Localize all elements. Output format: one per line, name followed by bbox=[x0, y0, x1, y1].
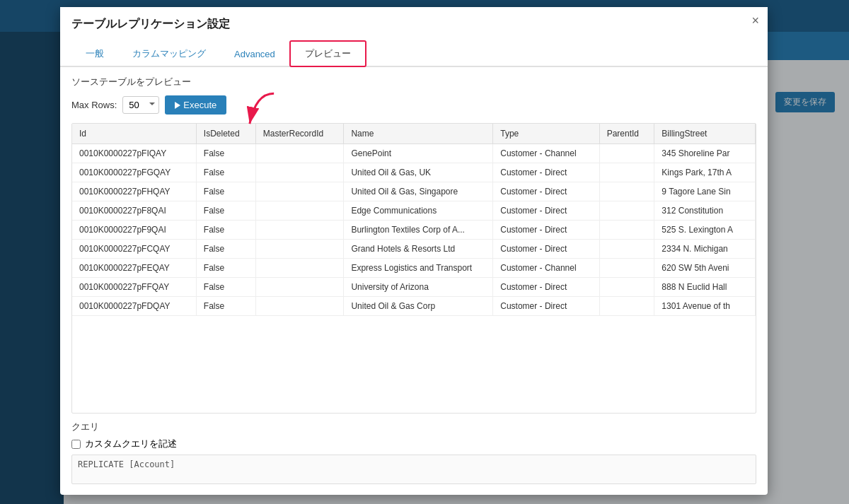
col-isdeleted: IsDeleted bbox=[196, 124, 255, 144]
custom-query-label: カスタムクエリを記述 bbox=[85, 438, 177, 450]
table-cell-name: United Oil & Gas, Singapore bbox=[344, 182, 493, 201]
table-row: 0010K0000227pFGQAYFalseUnited Oil & Gas,… bbox=[72, 163, 756, 182]
data-table-wrapper[interactable]: Id IsDeleted MasterRecordId Name Type Pa… bbox=[71, 123, 756, 414]
table-cell-masterrecordid bbox=[255, 221, 344, 240]
table-cell-name: Edge Communications bbox=[344, 201, 493, 221]
play-icon bbox=[175, 102, 180, 109]
custom-query-checkbox[interactable] bbox=[71, 440, 81, 449]
table-cell-parentid bbox=[599, 240, 654, 259]
table-cell-isdeleted: False bbox=[196, 297, 255, 316]
table-cell-id: 0010K0000227pFEQAY bbox=[72, 259, 196, 278]
table-row: 0010K0000227pFIQAYFalseGenePointCustomer… bbox=[72, 144, 756, 163]
table-cell-billingstreet: 345 Shoreline Par bbox=[654, 144, 756, 163]
controls-row: Max Rows: 10 25 50 100 200 Execute bbox=[71, 95, 756, 115]
table-cell-parentid bbox=[599, 278, 654, 297]
table-cell-parentid bbox=[599, 163, 654, 182]
table-cell-id: 0010K0000227pFFQAY bbox=[72, 278, 196, 297]
col-name: Name bbox=[344, 124, 493, 144]
query-title: クエリ bbox=[71, 421, 756, 433]
table-row: 0010K0000227pFCQAYFalseGrand Hotels & Re… bbox=[72, 240, 756, 259]
table-cell-type: Customer - Direct bbox=[493, 240, 599, 259]
table-cell-name: University of Arizona bbox=[344, 278, 493, 297]
table-cell-parentid bbox=[599, 221, 654, 240]
tab-general[interactable]: 一般 bbox=[71, 40, 118, 67]
table-cell-type: Customer - Direct bbox=[493, 201, 599, 221]
query-checkbox-row: カスタムクエリを記述 bbox=[71, 438, 756, 450]
section-title: ソーステーブルをプレビュー bbox=[71, 76, 756, 88]
table-header-row: Id IsDeleted MasterRecordId Name Type Pa… bbox=[72, 124, 756, 144]
table-cell-name: Express Logistics and Transport bbox=[344, 259, 493, 278]
table-cell-parentid bbox=[599, 259, 654, 278]
table-cell-billingstreet: 525 S. Lexington A bbox=[654, 221, 756, 240]
modal-tabs: 一般 カラムマッピング Advanced プレビュー bbox=[60, 40, 768, 67]
table-cell-isdeleted: False bbox=[196, 240, 255, 259]
table-cell-name: United Oil & Gas Corp bbox=[344, 297, 493, 316]
table-cell-name: Grand Hotels & Resorts Ltd bbox=[344, 240, 493, 259]
table-cell-isdeleted: False bbox=[196, 163, 255, 182]
table-cell-parentid bbox=[599, 201, 654, 221]
table-cell-masterrecordid bbox=[255, 201, 344, 221]
table-cell-type: Customer - Direct bbox=[493, 221, 599, 240]
table-cell-isdeleted: False bbox=[196, 144, 255, 163]
col-billingstreet: BillingStreet bbox=[654, 124, 756, 144]
tab-advanced[interactable]: Advanced bbox=[220, 40, 289, 67]
table-cell-billingstreet: 1301 Avenue of th bbox=[654, 297, 756, 316]
table-cell-masterrecordid bbox=[255, 144, 344, 163]
table-cell-type: Customer - Direct bbox=[493, 163, 599, 182]
table-cell-masterrecordid bbox=[255, 163, 344, 182]
modal-body: ソーステーブルをプレビュー Max Rows: 10 25 50 100 200… bbox=[60, 67, 768, 495]
table-cell-type: Customer - Channel bbox=[493, 259, 599, 278]
table-row: 0010K0000227pFFQAYFalseUniversity of Ari… bbox=[72, 278, 756, 297]
table-cell-type: Customer - Direct bbox=[493, 278, 599, 297]
col-masterrecordid: MasterRecordId bbox=[255, 124, 344, 144]
table-cell-type: Customer - Direct bbox=[493, 297, 599, 316]
table-row: 0010K0000227pF9QAIFalseBurlington Textil… bbox=[72, 221, 756, 240]
table-cell-isdeleted: False bbox=[196, 201, 255, 221]
table-cell-isdeleted: False bbox=[196, 182, 255, 201]
table-cell-name: GenePoint bbox=[344, 144, 493, 163]
table-cell-parentid bbox=[599, 182, 654, 201]
table-cell-billingstreet: 9 Tagore Lane Sin bbox=[654, 182, 756, 201]
table-row: 0010K0000227pFEQAYFalseExpress Logistics… bbox=[72, 259, 756, 278]
execute-button[interactable]: Execute bbox=[165, 95, 226, 115]
tab-column-mapping[interactable]: カラムマッピング bbox=[118, 40, 220, 67]
table-cell-isdeleted: False bbox=[196, 221, 255, 240]
table-cell-id: 0010K0000227pFCQAY bbox=[72, 240, 196, 259]
table-row: 0010K0000227pF8QAIFalseEdge Communicatio… bbox=[72, 201, 756, 221]
table-cell-isdeleted: False bbox=[196, 278, 255, 297]
tab-preview[interactable]: プレビュー bbox=[289, 40, 366, 67]
modal-title: テーブルレプリケーション設定 bbox=[71, 17, 756, 32]
table-cell-parentid bbox=[599, 297, 654, 316]
table-cell-id: 0010K0000227pFDQAY bbox=[72, 297, 196, 316]
table-cell-id: 0010K0000227pF8QAI bbox=[72, 201, 196, 221]
col-parentid: ParentId bbox=[599, 124, 654, 144]
table-cell-masterrecordid bbox=[255, 259, 344, 278]
max-rows-select[interactable]: 10 25 50 100 200 bbox=[122, 96, 159, 114]
table-body: 0010K0000227pFIQAYFalseGenePointCustomer… bbox=[72, 144, 756, 316]
table-cell-masterrecordid bbox=[255, 182, 344, 201]
table-cell-name: Burlington Textiles Corp of A... bbox=[344, 221, 493, 240]
modal-header: テーブルレプリケーション設定 × bbox=[60, 7, 768, 40]
col-type: Type bbox=[493, 124, 599, 144]
table-cell-name: United Oil & Gas, UK bbox=[344, 163, 493, 182]
table-row: 0010K0000227pFHQAYFalseUnited Oil & Gas,… bbox=[72, 182, 756, 201]
table-cell-billingstreet: Kings Park, 17th A bbox=[654, 163, 756, 182]
table-cell-id: 0010K0000227pFGQAY bbox=[72, 163, 196, 182]
table-cell-masterrecordid bbox=[255, 297, 344, 316]
table-cell-masterrecordid bbox=[255, 240, 344, 259]
table-cell-id: 0010K0000227pF9QAI bbox=[72, 221, 196, 240]
modal-dialog: テーブルレプリケーション設定 × 一般 カラムマッピング Advanced プレ… bbox=[60, 7, 768, 495]
table-cell-type: Customer - Channel bbox=[493, 144, 599, 163]
table-cell-billingstreet: 620 SW 5th Aveni bbox=[654, 259, 756, 278]
table-cell-billingstreet: 2334 N. Michigan bbox=[654, 240, 756, 259]
query-section: クエリ カスタムクエリを記述 bbox=[71, 421, 756, 486]
table-cell-id: 0010K0000227pFIQAY bbox=[72, 144, 196, 163]
table-cell-type: Customer - Direct bbox=[493, 182, 599, 201]
table-cell-billingstreet: 312 Constitution bbox=[654, 201, 756, 221]
table-row: 0010K0000227pFDQAYFalseUnited Oil & Gas … bbox=[72, 297, 756, 316]
query-textarea[interactable] bbox=[71, 455, 756, 484]
modal-close-button[interactable]: × bbox=[751, 14, 759, 27]
table-cell-parentid bbox=[599, 144, 654, 163]
table-cell-isdeleted: False bbox=[196, 259, 255, 278]
table-cell-id: 0010K0000227pFHQAY bbox=[72, 182, 196, 201]
